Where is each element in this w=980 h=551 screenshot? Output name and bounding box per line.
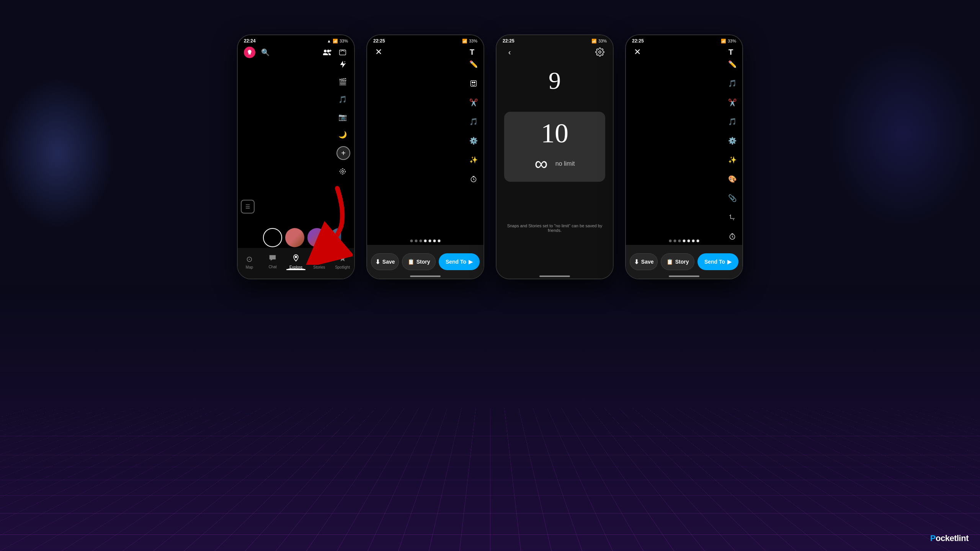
nav-spotlight[interactable]: Spotlight bbox=[331, 254, 354, 269]
sticker-icon-4[interactable]: 🎵 bbox=[726, 77, 738, 90]
dot-7 bbox=[438, 240, 441, 242]
svg-point-8 bbox=[320, 256, 322, 258]
status-icons-4: 📶 33% bbox=[721, 39, 736, 44]
sendto-label-2: Send To bbox=[446, 259, 466, 265]
music-icon-2[interactable]: 🎵 bbox=[467, 116, 480, 128]
dot-4-3 bbox=[678, 240, 681, 242]
dot-4-5 bbox=[688, 240, 690, 242]
status-icons-1: ▲ 📶 33% bbox=[327, 39, 348, 44]
phone-4: 22:25 📶 33% ✕ T ✏️ 🎵 ✂️ 🎵 ⚙️ ✨ 🎨 � bbox=[625, 34, 743, 279]
story-add[interactable] bbox=[263, 228, 282, 247]
crop-icon-4[interactable] bbox=[726, 211, 738, 223]
save-label-4: Save bbox=[641, 259, 654, 265]
nav-map[interactable]: ⊙ Map bbox=[238, 254, 261, 269]
pocketlint-text: ocketlint bbox=[936, 533, 969, 543]
nav-stories[interactable]: Stories bbox=[307, 254, 331, 269]
text-icon-2[interactable]: T bbox=[467, 47, 477, 57]
nav-stories-label: Stories bbox=[313, 265, 325, 269]
home-indicator-2 bbox=[410, 276, 441, 277]
nav-chat[interactable]: Chat bbox=[261, 254, 284, 269]
magic-icon-2[interactable]: ✨ bbox=[467, 154, 480, 166]
save-button-4[interactable]: ⬇ Save bbox=[630, 253, 658, 270]
magic-icon-4[interactable]: ✨ bbox=[726, 154, 738, 166]
nav-explore[interactable]: Explore bbox=[284, 254, 308, 269]
home-indicator-4 bbox=[669, 276, 699, 277]
phone-1: 22:24 ▲ 📶 33% 🔍 bbox=[237, 34, 355, 279]
status-bar-1: 22:24 ▲ 📶 33% bbox=[238, 35, 354, 45]
video-icon[interactable]: 🎬 bbox=[336, 76, 349, 88]
glow-left bbox=[0, 77, 115, 230]
close-icon-2[interactable]: ✕ bbox=[373, 47, 384, 57]
bottom-bar-2: ⬇ Save 📋 Story Send To ▶ bbox=[367, 245, 483, 279]
bottom-nav-1: ⊙ Map Chat Explore bbox=[238, 248, 354, 279]
battery-4: 33% bbox=[728, 39, 736, 43]
toolbar-1: 🎬 🎵 📷 🌙 + bbox=[336, 58, 350, 178]
story-avatar-1[interactable] bbox=[285, 228, 304, 247]
timer-icon-2[interactable] bbox=[467, 173, 480, 185]
wifi-icon-3: 📶 bbox=[591, 39, 597, 44]
svg-marker-9 bbox=[339, 255, 346, 261]
close-icon-4[interactable]: ✕ bbox=[632, 47, 643, 57]
flash-icon[interactable] bbox=[336, 58, 349, 70]
camera-flip-icon[interactable] bbox=[337, 47, 348, 58]
timer-10[interactable]: 10 bbox=[541, 119, 568, 147]
dot-4-7 bbox=[697, 240, 699, 242]
sparkle-icon-4[interactable]: ⚙️ bbox=[726, 135, 738, 147]
music-icon[interactable]: 🎵 bbox=[336, 93, 349, 106]
timer-icon-4[interactable] bbox=[726, 230, 738, 243]
story-button-2[interactable]: 📋 Story bbox=[402, 253, 436, 270]
story-icon-4: 📋 bbox=[666, 259, 673, 265]
home-indicator-3 bbox=[539, 276, 570, 277]
nav-underline bbox=[286, 269, 305, 270]
svg-point-12 bbox=[474, 82, 475, 83]
send-arrow-4: ▶ bbox=[727, 259, 732, 265]
stories-icon bbox=[315, 254, 323, 264]
toolbar-2: ✏️ ✂️ 🎵 ⚙️ ✨ bbox=[467, 58, 480, 185]
wifi-icon-4: 📶 bbox=[721, 39, 726, 44]
signal-icon-1: 📶 bbox=[333, 39, 338, 44]
timer-info-text: Snaps and Stories set to "no limit" can … bbox=[507, 223, 603, 233]
story-avatar-2[interactable] bbox=[307, 228, 327, 247]
edit-icon-2[interactable]: ✏️ bbox=[467, 58, 480, 70]
svg-point-3 bbox=[342, 171, 344, 173]
scissor-icon-2[interactable]: ✂️ bbox=[467, 96, 480, 109]
dot-5 bbox=[429, 240, 431, 242]
save-button-2[interactable]: ⬇ Save bbox=[371, 253, 399, 270]
search-icon-1[interactable]: 🔍 bbox=[260, 47, 271, 58]
phone-2: 22:25 📶 33% ✕ T ✏️ ✂️ 🎵 ⚙️ ✨ bbox=[366, 34, 484, 279]
sparkle-icon-2[interactable]: ⚙️ bbox=[467, 135, 480, 147]
text-icon-4[interactable]: T bbox=[725, 47, 736, 57]
lens-icon[interactable]: 📷 bbox=[336, 111, 349, 123]
nav-spotlight-label: Spotlight bbox=[335, 265, 350, 269]
snap-avatar[interactable] bbox=[244, 47, 255, 58]
scan-icon[interactable] bbox=[336, 165, 349, 178]
svg-point-15 bbox=[599, 51, 601, 53]
story-icon-2: 📋 bbox=[408, 259, 414, 265]
dots-row-2 bbox=[410, 240, 441, 242]
clip-icon-4[interactable]: 📎 bbox=[726, 192, 738, 204]
edit-icon-4[interactable]: ✏️ bbox=[726, 58, 738, 70]
paint-icon-4[interactable]: 🎨 bbox=[726, 173, 738, 185]
music-icon-4[interactable]: 🎵 bbox=[726, 116, 738, 128]
story-button-4[interactable]: 📋 Story bbox=[661, 253, 694, 270]
add-friend-icon[interactable] bbox=[322, 47, 333, 58]
sendto-button-4[interactable]: Send To ▶ bbox=[697, 253, 738, 270]
battery-2: 33% bbox=[469, 39, 477, 43]
dot-2 bbox=[415, 240, 418, 242]
status-bar-4: 22:25 📶 33% bbox=[626, 35, 742, 45]
time-4: 22:25 bbox=[632, 38, 644, 44]
add-icon[interactable]: + bbox=[336, 146, 350, 160]
infinity-icon[interactable]: ∞ bbox=[535, 153, 548, 174]
save-icon-4: ⬇ bbox=[634, 258, 639, 266]
stories-row: ☰ bbox=[238, 228, 354, 247]
settings-icon-3[interactable] bbox=[595, 47, 605, 57]
time-1: 22:24 bbox=[244, 38, 256, 44]
sendto-button-2[interactable]: Send To ▶ bbox=[439, 253, 480, 270]
memory-icon[interactable]: ☰ bbox=[241, 200, 255, 214]
scissor-icon-4[interactable]: ✂️ bbox=[726, 96, 738, 109]
sticker-icon-2[interactable] bbox=[467, 77, 480, 90]
story-avatar-3[interactable] bbox=[330, 228, 341, 247]
back-icon-3[interactable]: ‹ bbox=[504, 47, 515, 57]
moon-icon[interactable]: 🌙 bbox=[336, 129, 349, 141]
save-icon-2: ⬇ bbox=[375, 258, 380, 266]
